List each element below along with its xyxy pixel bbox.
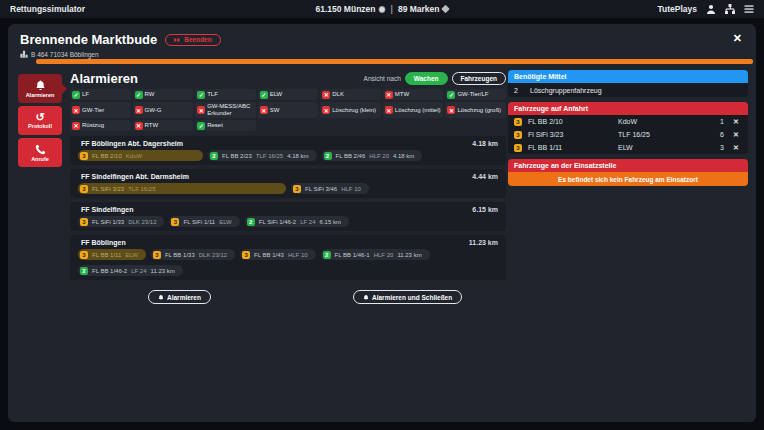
x-icon: ✕	[135, 106, 143, 114]
enroute-row-fl-bb-1-11: 3FL BB 1/11ELW3✕	[508, 141, 748, 154]
station-header: FF Sindelfingen Abt. Darmsheim4.44 km	[78, 173, 498, 180]
vehicle-chip-fl-bb-1-46-1[interactable]: 2FL BB 1/46-1HLF 2011.23 km	[321, 249, 430, 260]
vehicle-chip-fl-sifi-3-46[interactable]: 3FL SiFi 3/46HLF 10	[291, 183, 369, 194]
vehicle-type: KdoW	[126, 153, 142, 159]
filter-gw-tier[interactable]: ✕GW-Tier	[70, 102, 131, 118]
sidebar-item-protokoll[interactable]: ↺ Protokoll	[18, 106, 62, 135]
vehicle-type: LF 24	[300, 219, 315, 225]
vehicle-type: HLF 20	[369, 153, 389, 159]
end-mission-button[interactable]: Beenden	[165, 34, 220, 46]
filter-gw-mess-abc-erkunder[interactable]: ✕GW-MESS/ABC Erkunder	[195, 102, 256, 118]
vehicle-callsign: FL BB 1/43	[254, 252, 284, 258]
view-toggle-fahrzeugen[interactable]: Fahrzeugen	[452, 72, 506, 85]
mission-address: B 464 71034 Böblingen	[20, 50, 744, 58]
vehicle-chip-fl-sifi-1-33[interactable]: 3FL SiFi 1/33DLK 23/12	[78, 216, 164, 227]
remove-vehicle-button[interactable]: ✕	[730, 144, 742, 152]
status-2-badge: 2	[210, 152, 218, 160]
vehicle-type: TLF 16/25	[618, 131, 706, 138]
filter-tlf[interactable]: ✓TLF	[195, 89, 256, 100]
required-count: 2	[514, 87, 530, 94]
required-resource-row: 2 Löschgruppenfahrzeug	[508, 83, 748, 97]
vehicle-chip-fl-sifi-1-46-2[interactable]: 2FL SiFi 1/46-2LF 246.15 km	[245, 216, 349, 227]
alarm-button[interactable]: Alarmieren	[148, 290, 211, 304]
vehicle-chip-fl-bb-1-46-2[interactable]: 2FL BB 1/46-2LF 2411.23 km	[78, 265, 183, 276]
close-icon[interactable]: ✕	[733, 33, 742, 44]
filter-rw[interactable]: ✓RW	[133, 89, 194, 100]
filter-sw[interactable]: ✕SW	[258, 102, 319, 118]
vehicle-callsign: FL BB 1/11	[528, 144, 612, 151]
view-by-label: Ansicht nach	[364, 75, 401, 82]
station-header: FF Böblingen Abt. Dagersheim4.18 km	[78, 140, 498, 147]
station-header: FF Böblingen11.23 km	[78, 239, 498, 246]
station-distance: 4.18 km	[472, 140, 498, 147]
filter-l-schzug-gro[interactable]: ✕Löschzug (groß)	[445, 102, 506, 118]
vehicle-chip-row: 3FL BB 2/10KdoW2FL BB 2/23TLF 16/254.18 …	[78, 150, 498, 161]
x-icon: ✕	[260, 106, 268, 114]
vehicle-chip-fl-bb-2-23[interactable]: 2FL BB 2/23TLF 16/254.18 km	[208, 150, 317, 161]
history-icon: ↺	[35, 112, 44, 122]
filter-label: GW-MESS/ABC Erkunder	[207, 103, 254, 117]
vehicle-type: DLK 23/12	[128, 219, 156, 225]
station-card: FF Sindelfingen6.15 km3FL SiFi 1/33DLK 2…	[70, 202, 506, 231]
alarm-and-close-button[interactable]: Alarmieren und Schließen	[353, 290, 462, 304]
filter-r-stzug[interactable]: ✕Rüstzug	[70, 120, 131, 131]
filter-l-schzug-mittel[interactable]: ✕Löschzug (mittel)	[383, 102, 444, 118]
x-icon: ✕	[322, 106, 330, 114]
hierarchy-icon[interactable]	[725, 4, 735, 14]
filter-gw-g[interactable]: ✕GW-G	[133, 102, 194, 118]
filter-label: GW-Tier/LF	[457, 91, 488, 98]
station-name: FF Böblingen	[81, 239, 126, 246]
status-2-badge: 2	[324, 152, 332, 160]
vehicle-callsign: FL SiFi 1/33	[92, 219, 124, 225]
sidebar-item-label: Protokoll	[28, 123, 52, 129]
filter-label: Löschzug (klein)	[332, 107, 376, 114]
vehicle-callsign: FL SiFi 3/46	[305, 186, 337, 192]
sidebar-item-alarmieren[interactable]: Alarmieren	[18, 74, 62, 103]
vehicle-chip-fl-bb-2-10[interactable]: 3FL BB 2/10KdoW	[78, 150, 203, 161]
vehicle-callsign: FL BB 2/46	[336, 153, 366, 159]
vehicle-type: ELW	[618, 144, 706, 151]
filter-label: Rüstzug	[82, 122, 104, 129]
filter-l-schzug-klein[interactable]: ✕Löschzug (klein)	[320, 102, 381, 118]
vehicle-chip-fl-bb-1-43[interactable]: 3FL BB 1/43HLF 10	[240, 249, 315, 260]
status-3-badge: 3	[514, 144, 522, 152]
vehicle-type: LF 24	[131, 268, 146, 274]
filter-rtw[interactable]: ✕RTW	[133, 120, 194, 131]
filter-lf[interactable]: ✓LF	[70, 89, 131, 100]
user-icon[interactable]	[706, 4, 716, 14]
vehicle-distance: 6.15 km	[320, 219, 341, 225]
vehicle-chip-fl-bb-1-33[interactable]: 3FL BB 1/33DLK 23/12	[151, 249, 235, 260]
tokens-amount: 89 Marken	[398, 4, 440, 14]
top-bar: Rettungssimulator 61.150 Münzen | 89 Mar…	[0, 0, 764, 18]
filter-label: LF	[82, 91, 89, 98]
bell-icon	[158, 294, 164, 301]
filter-gw-tier-lf[interactable]: ✓GW-Tier/LF	[445, 89, 506, 100]
vehicle-callsign: FL SiFi 1/46-2	[259, 219, 296, 225]
vehicle-distance: 11.23 km	[150, 268, 174, 274]
vehicle-type: TLF 16/25	[256, 153, 283, 159]
status-3-badge: 3	[80, 251, 88, 259]
vehicle-chip-fl-bb-1-11[interactable]: 3FL BB 1/11ELW	[78, 249, 146, 260]
sidebar-item-anrufe[interactable]: Anrufe	[18, 138, 62, 167]
filter-dlk[interactable]: ✕DLK	[320, 89, 381, 100]
remove-vehicle-button[interactable]: ✕	[730, 131, 742, 139]
vehicle-callsign: FL BB 1/33	[165, 252, 195, 258]
station-list: FF Böblingen Abt. Dagersheim4.18 km3FL B…	[70, 136, 506, 280]
mission-dialog: Brennende Marktbude Beenden B 464 71034 …	[8, 24, 756, 422]
filter-mtw[interactable]: ✕MTW	[383, 89, 444, 100]
skip-forward-icon	[174, 37, 181, 43]
vehicle-chip-fl-bb-2-46[interactable]: 2FL BB 2/46HLF 204.18 km	[322, 150, 423, 161]
view-toggle-wachen[interactable]: Wachen	[405, 72, 448, 85]
filter-label: MTW	[395, 91, 409, 98]
vehicle-chip-fl-sifi-3-23[interactable]: 3FL SiFi 3/23TLF 16/25	[78, 183, 286, 194]
remove-vehicle-button[interactable]: ✕	[730, 118, 742, 126]
vehicle-chip-fl-sifi-1-11[interactable]: 3FL SiFi 1/11ELW	[169, 216, 239, 227]
bell-icon	[35, 80, 46, 91]
filter-reset[interactable]: ✓Reset	[195, 120, 256, 131]
check-icon: ✓	[197, 122, 205, 130]
filter-elw[interactable]: ✓ELW	[258, 89, 319, 100]
filter-label: RW	[145, 91, 155, 98]
menu-icon[interactable]	[744, 4, 754, 14]
station-header: FF Sindelfingen6.15 km	[78, 206, 498, 213]
vehicle-eta: 3	[712, 144, 724, 151]
